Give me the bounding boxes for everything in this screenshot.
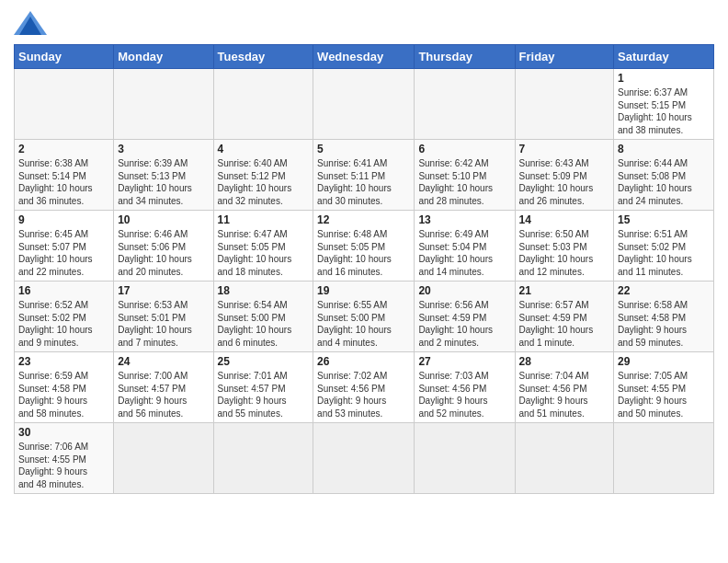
day-info: Sunrise: 6:50 AM Sunset: 5:03 PM Dayligh… (519, 228, 610, 278)
day-number: 11 (218, 213, 310, 226)
week-row-3: 9Sunrise: 6:45 AM Sunset: 5:07 PM Daylig… (15, 211, 714, 282)
calendar-cell: 10Sunrise: 6:46 AM Sunset: 5:06 PM Dayli… (114, 211, 213, 282)
day-info: Sunrise: 6:52 AM Sunset: 5:02 PM Dayligh… (18, 299, 109, 349)
day-info: Sunrise: 6:55 AM Sunset: 5:00 PM Dayligh… (317, 299, 410, 349)
week-row-5: 23Sunrise: 6:59 AM Sunset: 4:58 PM Dayli… (15, 352, 714, 423)
day-number: 24 (118, 355, 209, 368)
calendar-cell: 15Sunrise: 6:51 AM Sunset: 5:02 PM Dayli… (614, 211, 714, 282)
day-number: 16 (18, 284, 109, 297)
day-number: 23 (18, 355, 109, 368)
weekday-monday: Monday (114, 45, 213, 69)
day-info: Sunrise: 6:51 AM Sunset: 5:02 PM Dayligh… (618, 228, 710, 278)
day-info: Sunrise: 7:06 AM Sunset: 4:55 PM Dayligh… (18, 441, 109, 490)
day-number: 27 (418, 355, 510, 368)
day-info: Sunrise: 6:54 AM Sunset: 5:00 PM Dayligh… (218, 299, 310, 349)
day-info: Sunrise: 7:01 AM Sunset: 4:57 PM Dayligh… (218, 370, 310, 419)
calendar-cell: 21Sunrise: 6:57 AM Sunset: 4:59 PM Dayli… (515, 282, 614, 352)
day-info: Sunrise: 6:44 AM Sunset: 5:08 PM Dayligh… (618, 157, 710, 207)
calendar-cell (515, 423, 614, 494)
calendar-cell: 24Sunrise: 7:00 AM Sunset: 4:57 PM Dayli… (114, 352, 213, 423)
day-info: Sunrise: 6:53 AM Sunset: 5:01 PM Dayligh… (118, 299, 209, 349)
day-info: Sunrise: 6:49 AM Sunset: 5:04 PM Dayligh… (418, 228, 510, 278)
day-info: Sunrise: 6:45 AM Sunset: 5:07 PM Dayligh… (18, 228, 109, 278)
day-info: Sunrise: 6:43 AM Sunset: 5:09 PM Dayligh… (519, 157, 610, 207)
day-number: 9 (18, 213, 109, 226)
weekday-wednesday: Wednesday (313, 45, 415, 69)
calendar-cell: 25Sunrise: 7:01 AM Sunset: 4:57 PM Dayli… (213, 352, 313, 423)
weekday-sunday: Sunday (15, 45, 114, 69)
calendar-cell: 20Sunrise: 6:56 AM Sunset: 4:59 PM Dayli… (415, 282, 515, 352)
calendar-cell (213, 423, 313, 494)
day-info: Sunrise: 7:04 AM Sunset: 4:56 PM Dayligh… (519, 370, 610, 419)
day-number: 15 (618, 213, 710, 226)
calendar-cell (15, 69, 114, 140)
calendar: SundayMondayTuesdayWednesdayThursdayFrid… (14, 44, 714, 494)
calendar-cell (313, 423, 415, 494)
day-info: Sunrise: 6:57 AM Sunset: 4:59 PM Dayligh… (519, 299, 610, 349)
day-info: Sunrise: 6:47 AM Sunset: 5:05 PM Dayligh… (218, 228, 310, 278)
week-row-4: 16Sunrise: 6:52 AM Sunset: 5:02 PM Dayli… (15, 282, 714, 352)
calendar-cell: 26Sunrise: 7:02 AM Sunset: 4:56 PM Dayli… (313, 352, 415, 423)
calendar-cell: 30Sunrise: 7:06 AM Sunset: 4:55 PM Dayli… (15, 423, 114, 494)
day-info: Sunrise: 6:58 AM Sunset: 4:58 PM Dayligh… (618, 299, 710, 349)
calendar-cell (614, 423, 714, 494)
week-row-1: 1Sunrise: 6:37 AM Sunset: 5:15 PM Daylig… (15, 69, 714, 140)
calendar-cell: 1Sunrise: 6:37 AM Sunset: 5:15 PM Daylig… (614, 69, 714, 140)
calendar-cell: 29Sunrise: 7:05 AM Sunset: 4:55 PM Dayli… (614, 352, 714, 423)
day-number: 5 (317, 143, 410, 155)
day-number: 8 (618, 143, 710, 155)
day-number: 29 (618, 355, 710, 368)
week-row-6: 30Sunrise: 7:06 AM Sunset: 4:55 PM Dayli… (15, 423, 714, 494)
day-number: 18 (218, 284, 310, 297)
day-number: 3 (118, 143, 209, 155)
day-number: 26 (317, 355, 410, 368)
calendar-cell: 28Sunrise: 7:04 AM Sunset: 4:56 PM Dayli… (515, 352, 614, 423)
calendar-cell: 14Sunrise: 6:50 AM Sunset: 5:03 PM Dayli… (515, 211, 614, 282)
calendar-cell: 22Sunrise: 6:58 AM Sunset: 4:58 PM Dayli… (614, 282, 714, 352)
calendar-cell: 18Sunrise: 6:54 AM Sunset: 5:00 PM Dayli… (213, 282, 313, 352)
day-info: Sunrise: 6:48 AM Sunset: 5:05 PM Dayligh… (317, 228, 410, 278)
calendar-cell (114, 423, 213, 494)
calendar-cell (313, 69, 415, 140)
day-info: Sunrise: 6:38 AM Sunset: 5:14 PM Dayligh… (18, 157, 109, 207)
page: SundayMondayTuesdayWednesdayThursdayFrid… (0, 0, 728, 503)
day-number: 4 (218, 143, 310, 155)
calendar-cell: 19Sunrise: 6:55 AM Sunset: 5:00 PM Dayli… (313, 282, 415, 352)
calendar-cell: 12Sunrise: 6:48 AM Sunset: 5:05 PM Dayli… (313, 211, 415, 282)
day-number: 17 (118, 284, 209, 297)
day-info: Sunrise: 7:03 AM Sunset: 4:56 PM Dayligh… (418, 370, 510, 419)
day-info: Sunrise: 6:37 AM Sunset: 5:15 PM Dayligh… (618, 86, 710, 136)
day-number: 2 (18, 143, 109, 155)
day-info: Sunrise: 6:40 AM Sunset: 5:12 PM Dayligh… (218, 157, 310, 207)
calendar-cell: 8Sunrise: 6:44 AM Sunset: 5:08 PM Daylig… (614, 140, 714, 211)
calendar-cell (415, 69, 515, 140)
day-number: 21 (519, 284, 610, 297)
day-number: 7 (519, 143, 610, 155)
logo-icon (14, 9, 47, 37)
calendar-cell: 7Sunrise: 6:43 AM Sunset: 5:09 PM Daylig… (515, 140, 614, 211)
weekday-saturday: Saturday (614, 45, 714, 69)
day-number: 13 (418, 213, 510, 226)
calendar-cell (213, 69, 313, 140)
calendar-cell: 17Sunrise: 6:53 AM Sunset: 5:01 PM Dayli… (114, 282, 213, 352)
day-info: Sunrise: 6:56 AM Sunset: 4:59 PM Dayligh… (418, 299, 510, 349)
calendar-cell: 2Sunrise: 6:38 AM Sunset: 5:14 PM Daylig… (15, 140, 114, 211)
day-number: 10 (118, 213, 209, 226)
calendar-cell (114, 69, 213, 140)
day-info: Sunrise: 7:05 AM Sunset: 4:55 PM Dayligh… (618, 370, 710, 419)
day-number: 30 (18, 426, 109, 439)
calendar-cell: 6Sunrise: 6:42 AM Sunset: 5:10 PM Daylig… (415, 140, 515, 211)
weekday-tuesday: Tuesday (213, 45, 313, 69)
day-number: 22 (618, 284, 710, 297)
calendar-cell: 4Sunrise: 6:40 AM Sunset: 5:12 PM Daylig… (213, 140, 313, 211)
day-number: 25 (218, 355, 310, 368)
day-number: 1 (618, 72, 710, 85)
calendar-cell: 13Sunrise: 6:49 AM Sunset: 5:04 PM Dayli… (415, 211, 515, 282)
weekday-friday: Friday (515, 45, 614, 69)
day-number: 6 (418, 143, 510, 155)
logo (14, 9, 51, 37)
calendar-cell: 9Sunrise: 6:45 AM Sunset: 5:07 PM Daylig… (15, 211, 114, 282)
weekday-header-row: SundayMondayTuesdayWednesdayThursdayFrid… (15, 45, 714, 69)
day-info: Sunrise: 6:59 AM Sunset: 4:58 PM Dayligh… (18, 370, 109, 419)
day-number: 28 (519, 355, 610, 368)
